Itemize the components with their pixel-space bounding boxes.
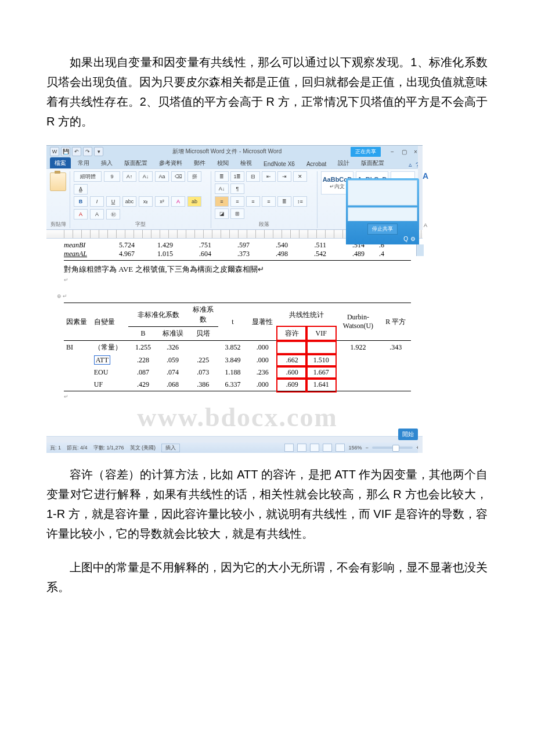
qq-start-button[interactable]: 開始 [398, 429, 418, 440]
subscript-icon[interactable]: x₂ [139, 196, 153, 207]
change-case-icon[interactable]: Aa [155, 171, 169, 182]
status-lang[interactable]: 英文 (美國) [130, 444, 156, 452]
ave-note: 對角線粗體字為 AVE 之根號值,下三角為構面之皮爾森相關↵ [64, 264, 411, 275]
status-words[interactable]: 字數: 1/1,276 [93, 444, 124, 452]
phonetic-icon[interactable]: 拼 [187, 171, 201, 182]
tab-references[interactable]: 參考資料 [154, 157, 187, 168]
regression-table: 因素量 自變量 非标准化系数 标准系数 t 显著性 共线性统计 Durbin-W… [64, 303, 411, 391]
asian-layout-icon[interactable]: ✕ [293, 171, 307, 182]
minimize-icon[interactable]: − [389, 148, 396, 155]
enclose-char-icon[interactable]: ㊖ [106, 209, 120, 219]
group-clipboard: 剪貼簿 [50, 171, 70, 228]
multilevel-icon[interactable]: ⊟ [246, 171, 260, 182]
status-page[interactable]: 頁: 1 [50, 444, 61, 452]
char-shading-icon[interactable]: A [90, 209, 104, 219]
maximize-icon[interactable]: ▢ [400, 148, 407, 155]
tab-endnote[interactable]: EndNote X6 [259, 159, 300, 168]
save-icon[interactable]: 💾 [61, 147, 70, 156]
view-outline-icon[interactable] [323, 444, 332, 452]
borders-icon[interactable]: ⊞ [230, 208, 244, 219]
table-row: BI （常量） 1.255 .326 3.852 .000 1.922 .343 [64, 341, 411, 355]
tab-tablelayout[interactable]: 版面配置 [356, 157, 389, 168]
show-marks-icon[interactable]: ¶ [230, 183, 244, 194]
qq-stop-share-button[interactable]: 停止共享 [367, 224, 398, 235]
horizontal-scrollbar[interactable] [46, 436, 423, 442]
highlight-icon[interactable]: ab [187, 196, 201, 207]
align-right-icon[interactable]: ≡ [246, 196, 260, 207]
qq-share-preview-2 [348, 207, 417, 221]
strike-icon[interactable]: abc [122, 196, 136, 207]
italic-icon[interactable]: I [90, 196, 104, 207]
font-color-icon[interactable]: A [74, 209, 88, 219]
view-web-icon[interactable] [310, 444, 319, 452]
group-editing: A A [423, 171, 432, 228]
group-paragraph: ≣ 1≣ ⊟ ⇤ ⇥ ✕ A↓ ¶ ≡ ≡ ≡ ≡ ≣ ↕≡ ◪ ⊞ 段落 [215, 171, 317, 228]
superscript-icon[interactable]: x² [155, 196, 169, 207]
group-label-clipboard: 剪貼簿 [50, 221, 66, 228]
undo-icon[interactable]: ↶ [72, 147, 81, 156]
shrink-font-icon[interactable]: A↓ [139, 171, 153, 182]
zoom-out-icon[interactable]: − [365, 445, 368, 451]
table-row: meanAL 4.967 1.015 .604 .373 .498 .542 .… [64, 250, 411, 261]
table-row: UF .429 .068 .386 6.337 .000 .609 1.641 [64, 379, 411, 391]
font-size-combo[interactable]: 9 [104, 171, 120, 182]
word-screenshot: 停止共享 Q⚙ 開始 W 💾 ↶ ↷ ▾ 新增 Microsoft Word 文… [46, 145, 488, 453]
indent-right-icon[interactable]: ⇥ [277, 171, 291, 182]
group-font: 細明體 9 A↑ A↓ Aa ⌫ 拼 A̲ B I U abc x₂ x² A … [74, 171, 211, 228]
group-label-font: 字型 [74, 221, 207, 228]
zoom-slider[interactable] [372, 447, 413, 449]
qq-settings-icon[interactable]: ⚙ [410, 236, 416, 242]
tab-tabledesign[interactable]: 設計 [333, 157, 354, 168]
clear-format-icon[interactable]: ⌫ [171, 171, 185, 182]
align-center-icon[interactable]: ≡ [230, 196, 244, 207]
window-title: 新增 Microsoft Word 文件 - Microsoft Word [107, 147, 347, 156]
align-left-icon[interactable]: ≡ [215, 196, 229, 207]
tab-file[interactable]: 檔案 [50, 157, 71, 168]
view-print-icon[interactable] [284, 444, 294, 452]
side-tab[interactable] [416, 244, 424, 256]
tab-review[interactable]: 校閱 [212, 157, 233, 168]
quick-access-toolbar: W 💾 ↶ ↷ ▾ [50, 147, 103, 156]
underline-icon[interactable]: U [106, 196, 120, 207]
tab-mail[interactable]: 郵件 [189, 157, 210, 168]
view-draft-icon[interactable] [335, 444, 345, 452]
paragraph-3: 上图中的常量是不用解释的，因为它的大小无所谓，不会有影响，显不显著也没关系。 [46, 557, 488, 597]
redo-icon[interactable]: ↷ [83, 147, 92, 156]
status-mode[interactable]: 插入 [161, 444, 180, 452]
sort-icon[interactable]: A↓ [215, 183, 229, 194]
line-spacing-icon[interactable]: ↕≡ [293, 196, 307, 207]
bullets-icon[interactable]: ≣ [215, 171, 229, 182]
char-border-icon[interactable]: A̲ [74, 184, 88, 195]
document-body[interactable]: meanBI 5.724 1.429 .751 .597 .540 .511 .… [46, 239, 423, 436]
tab-pagelayout[interactable]: 版面配置 [120, 157, 152, 168]
paste-icon[interactable] [50, 172, 66, 191]
qat-more-icon[interactable]: ▾ [94, 147, 103, 156]
grow-font-icon[interactable]: A↑ [122, 171, 136, 182]
tab-view[interactable]: 檢視 [236, 157, 257, 168]
collapse-ribbon-icon[interactable]: ▵ [409, 161, 412, 168]
find-icon[interactable]: A [423, 171, 428, 181]
qq-search-icon[interactable]: Q [403, 236, 408, 242]
tab-home[interactable]: 常用 [73, 157, 94, 168]
justify-icon[interactable]: ≡ [262, 196, 276, 207]
indent-left-icon[interactable]: ⇤ [262, 171, 276, 182]
bold-icon[interactable]: B [74, 196, 88, 207]
qq-sharing-indicator[interactable]: 正在共享 [351, 147, 381, 157]
section-mark: ⊕ ↵ [57, 293, 411, 299]
qq-share-panel[interactable]: 停止共享 Q⚙ [346, 178, 419, 244]
zoom-level[interactable]: 156% [348, 445, 362, 451]
shading-icon[interactable]: ◪ [215, 208, 229, 219]
distribute-icon[interactable]: ≣ [277, 196, 291, 207]
group-label-para: 段落 [215, 221, 313, 228]
font-name-combo[interactable]: 細明體 [74, 171, 102, 182]
text-effects-icon[interactable]: A [171, 196, 185, 207]
status-section[interactable]: 節頁: 4/4 [67, 444, 88, 452]
numbers-icon[interactable]: 1≣ [230, 171, 244, 182]
tab-acrobat[interactable]: Acrobat [302, 159, 331, 168]
paragraph-1: 如果出现自变量和因变量有共线性，那么可以通过以下观察发现。1、标准化系数贝塔会出… [46, 52, 488, 131]
table-row: ATT .228 .059 .225 3.849 .000 .662 1.510 [64, 354, 411, 366]
watermark: www.bdocx.com [64, 402, 411, 433]
tab-insert[interactable]: 插入 [96, 157, 117, 168]
qq-share-preview [348, 180, 417, 206]
view-read-icon[interactable] [297, 444, 306, 452]
